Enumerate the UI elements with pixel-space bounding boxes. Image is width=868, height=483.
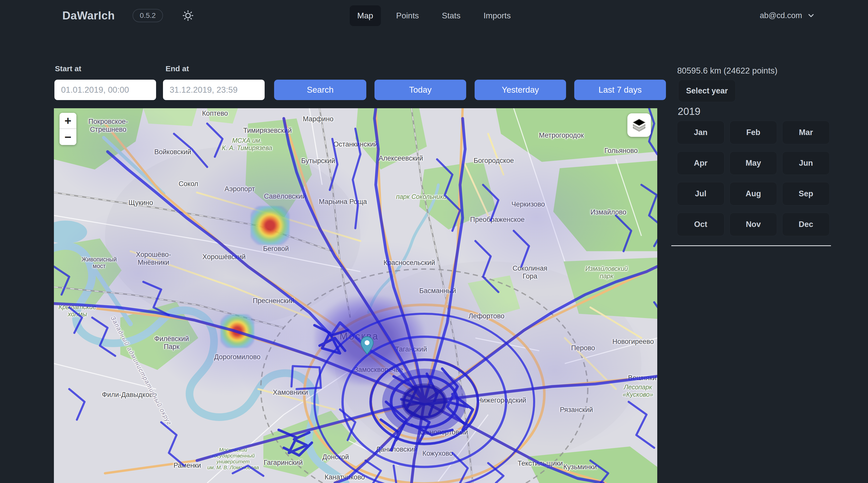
select-year-button[interactable]: Select year [678, 79, 736, 102]
month-button-dec[interactable]: Dec [782, 213, 830, 236]
tab-points[interactable]: Points [389, 5, 427, 26]
zoom-out-button[interactable]: − [60, 129, 76, 145]
month-button-nov[interactable]: Nov [730, 213, 777, 236]
gps-tracks [54, 108, 657, 483]
today-button[interactable]: Today [374, 79, 466, 100]
month-button-may[interactable]: May [730, 151, 777, 175]
zoom-in-button[interactable]: + [60, 113, 76, 129]
month-button-feb[interactable]: Feb [730, 121, 777, 144]
user-menu[interactable]: ab@cd.com [760, 0, 815, 31]
layers-icon [632, 118, 646, 132]
start-at-label: Start at [55, 64, 81, 73]
month-button-sep[interactable]: Sep [782, 182, 830, 205]
tab-imports[interactable]: Imports [476, 5, 519, 26]
month-button-aug[interactable]: Aug [730, 182, 777, 205]
last-7-days-button[interactable]: Last 7 days [574, 79, 666, 100]
navbar: Map Points Stats Imports DaWarIch 0.5.2 … [0, 0, 868, 31]
tab-stats[interactable]: Stats [434, 5, 468, 26]
end-date-input[interactable] [163, 79, 265, 100]
layers-control[interactable] [627, 114, 651, 137]
map-canvas[interactable]: КоптевоПокровское- СтрешневоТимирязевски… [54, 108, 657, 483]
end-at-label: End at [165, 64, 189, 73]
brand: DaWarIch 0.5.2 [62, 0, 195, 31]
month-button-mar[interactable]: Mar [782, 121, 830, 144]
year-heading: 2019 [678, 106, 701, 117]
sun-icon [182, 9, 194, 22]
sidebar-divider [671, 245, 831, 246]
month-button-jan[interactable]: Jan [677, 121, 724, 144]
app-logo[interactable]: DaWarIch [62, 9, 115, 22]
distance-stats: 80595.6 km (24622 points) [677, 66, 778, 75]
version-badge: 0.5.2 [132, 9, 163, 22]
yesterday-button[interactable]: Yesterday [475, 79, 566, 100]
theme-toggle[interactable] [181, 8, 195, 23]
start-date-input[interactable] [54, 79, 156, 100]
tab-map[interactable]: Map [350, 5, 381, 26]
chevron-down-icon [807, 11, 815, 20]
map-zoom-control: + − [60, 113, 76, 145]
month-button-oct[interactable]: Oct [677, 213, 724, 236]
month-button-apr[interactable]: Apr [677, 151, 724, 175]
month-button-jul[interactable]: Jul [677, 182, 724, 205]
user-email: ab@cd.com [760, 11, 802, 20]
search-button[interactable]: Search [274, 79, 366, 100]
month-grid: JanFebMarAprMayJunJulAugSepOctNovDec [677, 121, 830, 236]
month-button-jun[interactable]: Jun [782, 151, 830, 175]
